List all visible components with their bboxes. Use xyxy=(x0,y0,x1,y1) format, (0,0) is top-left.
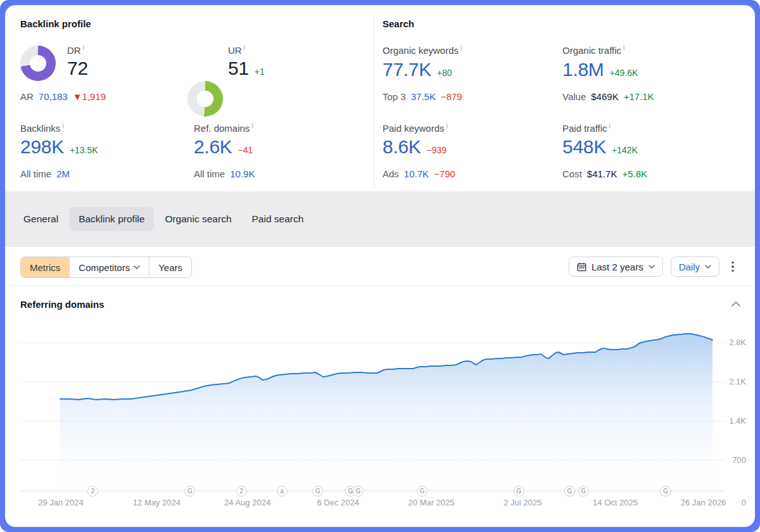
ar-delta: ▼1,919 xyxy=(73,91,106,102)
paid-keywords-delta: −939 xyxy=(427,145,447,155)
ur-label: URi xyxy=(228,44,245,56)
ref-domains-alltime-row: All time 10.9K xyxy=(194,168,255,179)
ref-domains-label: Ref. domainsi xyxy=(194,122,253,134)
value-label: Value xyxy=(562,91,586,102)
y-tick-label: 2.8K xyxy=(729,338,746,347)
toolbar-right-group: Last 2 years Daily xyxy=(569,256,738,277)
collapse-chevron-up-icon[interactable] xyxy=(731,300,741,308)
info-icon[interactable]: i xyxy=(460,44,462,51)
event-badge-G[interactable]: G xyxy=(660,486,671,497)
paid-keywords-value-row: 8.6K −939 xyxy=(383,137,446,157)
ur-delta: +1 xyxy=(255,66,265,77)
section-tabs: General Backlink profile Organic search … xyxy=(5,191,755,247)
more-options-kebab-menu[interactable] xyxy=(727,260,738,274)
backlinks-alltime-row: All time 2M xyxy=(20,168,70,179)
organic-traffic-label: Organic traffici xyxy=(562,44,624,56)
event-badge-G[interactable]: G xyxy=(514,486,524,497)
granularity-button[interactable]: Daily xyxy=(671,256,719,277)
info-icon[interactable]: i xyxy=(244,44,245,51)
event-badge-2[interactable]: 2 xyxy=(236,486,247,497)
tab-organic-search[interactable]: Organic search xyxy=(155,207,241,231)
event-badge-G[interactable]: G xyxy=(564,486,575,497)
tab-backlink-profile[interactable]: Backlink profile xyxy=(69,207,154,231)
event-badge-2[interactable]: 2 xyxy=(87,486,98,497)
ads-delta: −790 xyxy=(434,168,455,179)
info-icon[interactable]: i xyxy=(83,44,84,51)
top3-value-link[interactable]: 37.5K xyxy=(411,91,436,102)
backlinks-value-link[interactable]: 298K xyxy=(20,137,64,157)
organic-keywords-value-link[interactable]: 77.7K xyxy=(383,60,431,80)
info-icon[interactable]: i xyxy=(446,122,448,129)
event-badge-a[interactable]: a xyxy=(277,486,288,497)
calendar-icon xyxy=(577,262,586,272)
y-tick-label: 0 xyxy=(742,498,746,507)
info-icon[interactable]: i xyxy=(251,122,253,129)
event-badge-G[interactable]: G xyxy=(353,486,364,497)
organic-keywords-delta: +80 xyxy=(437,68,452,78)
backlinks-label-text: Backlinks xyxy=(20,123,60,134)
tab-paid-search[interactable]: Paid search xyxy=(243,207,314,231)
dr-value: 72 xyxy=(67,58,88,79)
y-tick-label: 700 xyxy=(732,455,746,465)
competitors-segment[interactable]: Competitors xyxy=(70,257,149,277)
dr-donut-chart xyxy=(20,46,56,81)
event-badge-G[interactable]: G xyxy=(312,486,323,497)
ads-value-link[interactable]: 10.7K xyxy=(404,168,429,179)
dr-label: DRi xyxy=(67,44,84,56)
event-badge-G[interactable]: G xyxy=(184,486,195,497)
backlinks-value-row: 298K +13.5K xyxy=(20,137,98,157)
paid-keywords-label-text: Paid keywords xyxy=(383,123,445,134)
paid-traffic-value-row: 548K +142K xyxy=(562,137,638,157)
paid-traffic-label-text: Paid traffic xyxy=(562,123,607,134)
organic-traffic-value-row: 1.8M +49.6K xyxy=(562,60,638,80)
alltime-label: All time xyxy=(194,168,225,179)
y-tick-label: 1.4K xyxy=(729,416,746,426)
paid-keywords-value-link[interactable]: 8.6K xyxy=(383,137,421,157)
date-range-button[interactable]: Last 2 years xyxy=(569,256,663,277)
paid-keywords-label: Paid keywordsi xyxy=(383,122,448,134)
search-section-title: Search xyxy=(383,18,414,29)
x-tick-label: 24 Aug 2024 xyxy=(224,498,270,507)
organic-traffic-value-link[interactable]: 1.8M xyxy=(562,60,604,80)
paid-traffic-value-link[interactable]: 548K xyxy=(562,137,606,157)
app-card: Backlink profile Search DRi 72 AR 70,183… xyxy=(5,5,755,527)
x-tick-label: 2 Jul 2025 xyxy=(504,498,542,507)
info-icon[interactable]: i xyxy=(62,122,63,129)
organic-keywords-value-row: 77.7K +80 xyxy=(383,60,452,80)
event-badge-G[interactable]: G xyxy=(417,486,428,497)
metrics-segment[interactable]: Metrics xyxy=(21,257,70,277)
ref-domains-value-link[interactable]: 2.6K xyxy=(194,137,232,157)
ar-value-link[interactable]: 70,183 xyxy=(39,91,68,102)
ref-domains-label-text: Ref. domains xyxy=(194,123,250,134)
cost-row: Cost $41.7K +5.8K xyxy=(562,168,647,179)
info-icon[interactable]: i xyxy=(609,122,611,129)
competitors-label: Competitors xyxy=(79,262,130,273)
alltime-value-link[interactable]: 2M xyxy=(56,168,70,179)
referring-domains-area-chart[interactable] xyxy=(20,320,725,510)
ar-row: AR 70,183 ▼1,919 xyxy=(20,91,106,102)
x-tick-label: 14 Oct 2025 xyxy=(593,498,638,507)
window-frame: Backlink profile Search DRi 72 AR 70,183… xyxy=(0,0,760,532)
backlinks-delta: +13.5K xyxy=(70,145,98,155)
organic-traffic-delta: +49.6K xyxy=(610,68,638,78)
tab-general[interactable]: General xyxy=(14,207,68,231)
event-badge-G[interactable]: G xyxy=(578,486,589,497)
paid-traffic-label: Paid traffici xyxy=(562,122,611,134)
x-tick-label: 26 Jan 2026 xyxy=(681,498,726,507)
value-delta: +17.1K xyxy=(624,91,654,102)
x-tick-label: 6 Dec 2024 xyxy=(317,498,360,507)
ur-donut-chart xyxy=(187,81,223,117)
chevron-down-icon xyxy=(649,265,655,269)
traffic-value-row: Value $469K +17.1K xyxy=(562,91,654,102)
cost-label: Cost xyxy=(562,168,582,179)
view-mode-segmented-control: Metrics Competitors Years xyxy=(20,256,192,278)
ur-value: 51 xyxy=(228,58,249,79)
alltime-value-link[interactable]: 10.9K xyxy=(230,168,255,179)
backlinks-label: Backlinksi xyxy=(20,122,64,134)
paid-traffic-delta: +142K xyxy=(612,145,638,155)
info-icon[interactable]: i xyxy=(623,44,624,51)
metrics-label: Metrics xyxy=(30,262,60,273)
years-segment[interactable]: Years xyxy=(149,257,191,277)
ref-domains-delta: −41 xyxy=(238,145,253,155)
x-tick-label: 20 Mar 2025 xyxy=(408,498,455,507)
